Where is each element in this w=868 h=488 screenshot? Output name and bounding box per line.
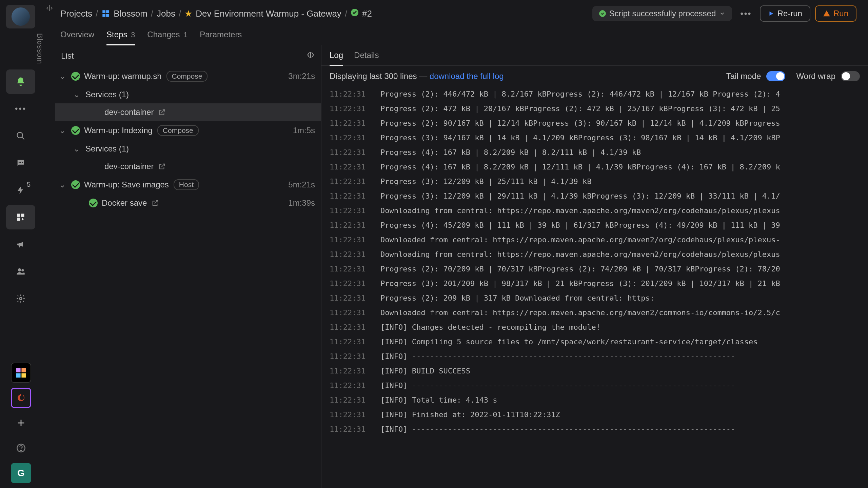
log-line: 11:22:31[INFO] Total time: 4.143 s bbox=[330, 393, 860, 407]
log-line: 11:22:31[INFO] Compiling 5 source files … bbox=[330, 334, 860, 349]
svg-point-2 bbox=[19, 162, 20, 163]
rerun-button[interactable]: Re-run bbox=[760, 5, 810, 22]
log-line: 11:22:31Progress (2): 446/472 kB | 8.2/1… bbox=[330, 87, 860, 101]
step-tag: Host bbox=[174, 179, 199, 190]
collapse-rail-icon[interactable] bbox=[45, 4, 54, 12]
status-text: Script successfully processed bbox=[609, 9, 716, 18]
team-button[interactable] bbox=[6, 259, 35, 284]
sub-step-row[interactable]: Docker save 1m:39s bbox=[55, 194, 321, 212]
svg-point-9 bbox=[18, 268, 21, 271]
star-icon[interactable]: ★ bbox=[184, 8, 192, 19]
word-wrap-toggle[interactable] bbox=[841, 71, 860, 81]
bolt-icon bbox=[16, 185, 25, 195]
svg-point-19 bbox=[21, 450, 21, 451]
add-workspace-button[interactable] bbox=[11, 413, 31, 433]
svg-rect-13 bbox=[21, 368, 26, 372]
tail-mode-toggle[interactable] bbox=[766, 71, 785, 81]
step-row[interactable]: ⌄ Warm-up: warmup.shCompose 3m:21s bbox=[55, 67, 321, 86]
svg-point-3 bbox=[20, 162, 21, 163]
services-row[interactable]: ⌄ Services (1) bbox=[55, 140, 321, 158]
log-message: Progress (2): 70/209 kB | 70/317 kBProgr… bbox=[380, 262, 780, 276]
log-line: 11:22:31Progress (3): 12/209 kB | 29/111… bbox=[330, 189, 860, 203]
status-chip[interactable]: Script successfully processed bbox=[592, 6, 732, 21]
rail-border bbox=[44, 0, 55, 488]
external-link-icon[interactable] bbox=[158, 163, 166, 170]
crumb-jobs[interactable]: Jobs bbox=[157, 8, 175, 19]
log-line: 11:22:31Downloading from central: https:… bbox=[330, 247, 860, 262]
log-tab[interactable]: Log bbox=[330, 50, 343, 66]
log-line: 11:22:31[INFO] -------------------------… bbox=[330, 378, 860, 393]
log-header-text: Displaying last 300 lines — download the… bbox=[330, 72, 504, 81]
log-timestamp: 11:22:31 bbox=[330, 130, 380, 145]
search-button[interactable] bbox=[6, 124, 35, 148]
help-button[interactable] bbox=[11, 438, 31, 458]
log-output[interactable]: 11:22:31Progress (2): 446/472 kB | 8.2/1… bbox=[321, 87, 868, 488]
settings-button[interactable] bbox=[6, 286, 35, 311]
svg-rect-22 bbox=[106, 10, 109, 13]
log-panel: Log Details Displaying last 300 lines — … bbox=[321, 45, 868, 488]
run-label: Run bbox=[833, 9, 848, 18]
tab-changes[interactable]: Changes 1 bbox=[147, 30, 188, 45]
flame-icon bbox=[16, 393, 26, 403]
log-message: [INFO] Total time: 4.143 s bbox=[380, 393, 497, 407]
crumb-run: #2 bbox=[362, 8, 372, 19]
more-actions-button[interactable]: ••• bbox=[737, 8, 755, 19]
workspace-lg[interactable] bbox=[11, 363, 31, 383]
page-tabs: Overview Steps 3 Changes 1 Parameters bbox=[55, 26, 868, 45]
chat-button[interactable] bbox=[6, 151, 35, 175]
log-message: Progress (4): 45/209 kB | 111 kB | 39 kB… bbox=[380, 218, 780, 232]
log-line: 11:22:31[INFO] -------------------------… bbox=[330, 349, 860, 364]
log-message: Progress (2): 90/167 kB | 12/14 kBProgre… bbox=[380, 116, 780, 130]
log-message: Progress (3): 12/209 kB | 29/111 kB | 4.… bbox=[380, 189, 780, 203]
org-switcher[interactable] bbox=[6, 5, 35, 28]
log-line: 11:22:31Progress (2): 209 kB | 317 kB Do… bbox=[330, 291, 860, 305]
step-name: Warm-up: Save images bbox=[84, 180, 169, 189]
step-tag: Compose bbox=[166, 71, 208, 82]
log-line: 11:22:31Progress (3): 201/209 kB | 98/31… bbox=[330, 276, 860, 291]
tab-parameters[interactable]: Parameters bbox=[200, 30, 242, 45]
status-success-icon bbox=[89, 199, 98, 207]
log-line: 11:22:31Progress (4): 167 kB | 8.2/209 k… bbox=[330, 145, 860, 160]
log-timestamp: 11:22:31 bbox=[330, 116, 380, 130]
services-label: Services (1) bbox=[85, 90, 315, 99]
projects-button[interactable] bbox=[6, 205, 35, 229]
tail-mode-label: Tail mode bbox=[726, 72, 761, 81]
log-line: 11:22:31[INFO] Finished at: 2022-01-11T1… bbox=[330, 407, 860, 422]
status-success-icon bbox=[71, 72, 80, 81]
avatar bbox=[12, 7, 30, 26]
crumb-job[interactable]: Dev Environment Warmup - Gateway bbox=[196, 8, 341, 19]
list-header: List bbox=[61, 51, 74, 61]
run-button[interactable]: Run bbox=[815, 5, 856, 22]
workspace-or[interactable] bbox=[11, 388, 31, 408]
log-timestamp: 11:22:31 bbox=[330, 218, 380, 232]
details-tab[interactable]: Details bbox=[354, 50, 379, 65]
external-link-icon[interactable] bbox=[158, 108, 166, 116]
log-timestamp: 11:22:31 bbox=[330, 203, 380, 218]
tab-overview[interactable]: Overview bbox=[60, 30, 94, 45]
tab-steps[interactable]: Steps 3 bbox=[106, 30, 135, 45]
activity-button[interactable]: 5 bbox=[6, 178, 35, 202]
more-button[interactable]: ••• bbox=[6, 97, 35, 121]
services-row[interactable]: ⌄ Services (1) bbox=[55, 86, 321, 103]
log-timestamp: 11:22:31 bbox=[330, 189, 380, 203]
crumb-projects[interactable]: Projects bbox=[60, 8, 92, 19]
service-row[interactable]: dev-container bbox=[55, 158, 321, 175]
step-row[interactable]: ⌄ Warm-up: Save imagesHost 5m:21s bbox=[55, 175, 321, 194]
download-log-link[interactable]: download the full log bbox=[430, 72, 504, 81]
collapse-list-button[interactable] bbox=[306, 50, 315, 61]
log-message: Progress (4): 167 kB | 8.2/209 kB | 12/1… bbox=[380, 160, 780, 174]
crumb-project[interactable]: Blossom bbox=[114, 8, 147, 19]
announcements-button[interactable] bbox=[6, 232, 35, 257]
org-name: Blossom bbox=[0, 33, 44, 69]
service-row[interactable]: dev-container bbox=[55, 103, 321, 121]
search-icon bbox=[16, 131, 25, 141]
people-icon bbox=[16, 267, 25, 276]
log-timestamp: 11:22:31 bbox=[330, 247, 380, 262]
workspace-g[interactable]: G bbox=[11, 463, 31, 483]
notifications-button[interactable] bbox=[6, 69, 35, 94]
step-name: Warm-up: warmup.sh bbox=[84, 72, 162, 81]
log-timestamp: 11:22:31 bbox=[330, 87, 380, 101]
step-row[interactable]: ⌄ Warm-up: IndexingCompose 1m:5s bbox=[55, 121, 321, 140]
external-link-icon[interactable] bbox=[152, 199, 159, 207]
log-message: [INFO] ---------------------------------… bbox=[380, 422, 735, 436]
